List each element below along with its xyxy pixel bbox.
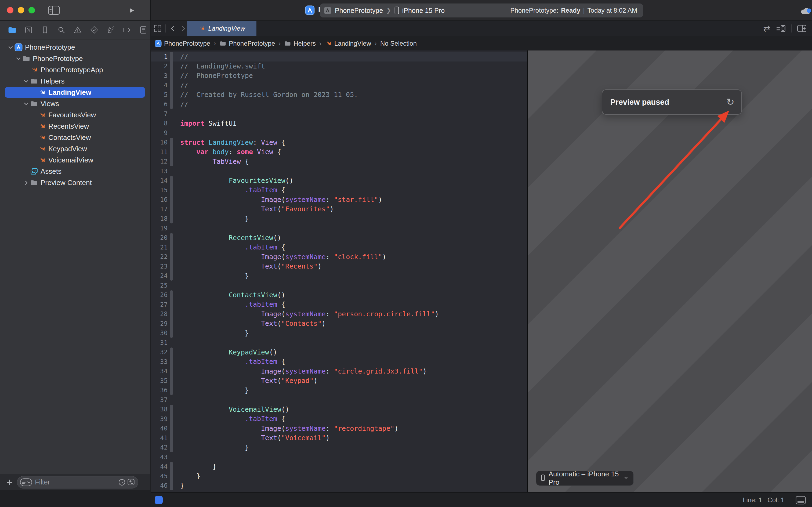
source-control-navigator-icon[interactable]: [24, 25, 33, 35]
resume-preview-refresh-icon[interactable]: ↻: [727, 97, 735, 108]
go-forward-icon[interactable]: [180, 25, 187, 32]
code-line-16[interactable]: 16 Image(systemName: "star.fill"): [151, 195, 527, 205]
navigator-item-views[interactable]: Views: [0, 98, 150, 109]
code-line-12[interactable]: 12 TabView {: [151, 157, 527, 167]
code-line-30[interactable]: 30 }: [151, 328, 527, 338]
toggle-left-sidebar-icon[interactable]: [48, 5, 60, 15]
code-line-13[interactable]: 13: [151, 166, 527, 176]
code-line-37[interactable]: 37: [151, 395, 527, 405]
navigator-item-voicemailview[interactable]: VoicemailView: [0, 154, 150, 166]
code-line-39[interactable]: 39 .tabItem {: [151, 414, 527, 424]
code-line-23[interactable]: 23 Text("Recents"): [151, 262, 527, 271]
code-line-14[interactable]: 14 FavouritesView(): [151, 176, 527, 185]
breadcrumb-item-no-selection[interactable]: No Selection: [380, 40, 417, 47]
navigator-item-landingview[interactable]: LandingView: [0, 87, 150, 98]
navigator-item-assets[interactable]: Assets: [0, 166, 150, 177]
source-control-status-filter-icon[interactable]: [127, 478, 135, 486]
code-line-42[interactable]: 42 }: [151, 443, 527, 452]
breadcrumb-item-phoneprototype[interactable]: PhonePrototype: [155, 40, 210, 47]
code-line-25[interactable]: 25: [151, 281, 527, 290]
code-line-29[interactable]: 29 Text("Contacts"): [151, 319, 527, 328]
go-back-icon[interactable]: [169, 25, 176, 32]
code-line-28[interactable]: 28 Image(systemName: "person.crop.circle…: [151, 309, 527, 319]
navigator-item-phoneprototypeapp[interactable]: PhonePrototypeApp: [0, 64, 150, 75]
code-line-20[interactable]: 20 RecentsView(): [151, 233, 527, 243]
breakpoints-navigator-icon[interactable]: [122, 25, 131, 35]
code-line-9[interactable]: 9: [151, 128, 527, 138]
code-line-8[interactable]: 8import SwiftUI: [151, 119, 527, 128]
navigator-item-recentsview[interactable]: RecentsView: [0, 121, 150, 132]
chevron-down-icon[interactable]: [15, 55, 22, 62]
navigator-item-keypadview[interactable]: KeypadView: [0, 143, 150, 154]
code-line-38[interactable]: 38 VoicemailView(): [151, 405, 527, 414]
editor-options-icon[interactable]: [776, 25, 786, 32]
code-line-33[interactable]: 33 .tabItem {: [151, 357, 527, 367]
preview-device-selector[interactable]: Automatic – iPhone 15 Pro: [536, 471, 634, 486]
code-line-44[interactable]: 44 }: [151, 462, 527, 471]
add-file-button[interactable]: +: [6, 477, 13, 488]
code-line-41[interactable]: 41 Text("Voicemail"): [151, 433, 527, 443]
breadcrumb-item-landingview[interactable]: LandingView: [325, 40, 371, 47]
navigator-item-preview-content[interactable]: Preview Content: [0, 177, 150, 188]
chevron-down-icon[interactable]: [22, 77, 30, 85]
tab-landingview[interactable]: LandingView: [187, 21, 256, 36]
code-line-1[interactable]: 1//: [151, 52, 527, 61]
navigator-item-phoneprototype[interactable]: PhonePrototype: [0, 53, 150, 64]
code-line-21[interactable]: 21 .tabItem {: [151, 242, 527, 252]
code-line-26[interactable]: 26 ContactsView(): [151, 290, 527, 300]
code-line-27[interactable]: 27 .tabItem {: [151, 300, 527, 309]
navigator-item-phoneprototype[interactable]: PhonePrototype: [0, 42, 150, 53]
bookmarks-navigator-icon[interactable]: [40, 25, 50, 35]
code-line-35[interactable]: 35 Text("Keypad"): [151, 376, 527, 386]
close-window-button[interactable]: [7, 7, 13, 13]
tests-navigator-icon[interactable]: [90, 25, 99, 35]
cloud-sync-icon[interactable]: [800, 6, 812, 15]
project-navigator-icon[interactable]: [7, 25, 17, 35]
add-editor-split-icon[interactable]: [797, 25, 807, 32]
code-line-4[interactable]: 4//: [151, 80, 527, 90]
code-line-18[interactable]: 18 }: [151, 214, 527, 224]
code-line-10[interactable]: 10struct LandingView: View {: [151, 138, 527, 148]
breadcrumb-item-helpers[interactable]: Helpers: [284, 40, 316, 47]
chevron-right-icon[interactable]: [22, 179, 30, 186]
code-line-46[interactable]: 46}: [151, 481, 527, 491]
code-line-22[interactable]: 22 Image(systemName: "clock.fill"): [151, 252, 527, 262]
reports-navigator-icon[interactable]: [138, 25, 148, 35]
recent-files-clock-icon[interactable]: [118, 478, 126, 486]
run-button[interactable]: [128, 7, 135, 14]
chevron-down-icon[interactable]: [7, 44, 14, 51]
document-indicator-icon[interactable]: [155, 496, 163, 504]
scheme-selector[interactable]: PhonePrototype ❯ iPhone 15 Pro PhoneProt…: [320, 3, 643, 17]
navigator-item-contactsview[interactable]: ContactsView: [0, 132, 150, 143]
related-items-icon[interactable]: [154, 24, 162, 33]
zoom-window-button[interactable]: [28, 7, 35, 13]
chevron-down-icon[interactable]: [22, 100, 30, 107]
code-line-43[interactable]: 43: [151, 452, 527, 462]
code-line-24[interactable]: 24 }: [151, 271, 527, 281]
code-line-3[interactable]: 3// PhonePrototype: [151, 71, 527, 80]
swap-editors-icon[interactable]: ⇄: [763, 23, 770, 34]
navigator-item-helpers[interactable]: Helpers: [0, 75, 150, 87]
code-line-17[interactable]: 17 Text("Favourites"): [151, 204, 527, 214]
code-editor[interactable]: 1//2// LandingView.swift3// PhonePrototy…: [151, 51, 527, 492]
debug-navigator-icon[interactable]: [106, 25, 115, 35]
code-line-32[interactable]: 32 KeypadView(): [151, 347, 527, 357]
code-line-7[interactable]: 7: [151, 109, 527, 119]
code-line-36[interactable]: 36 }: [151, 386, 527, 395]
code-line-40[interactable]: 40 Image(systemName: "recordingtape"): [151, 424, 527, 434]
issues-navigator-icon[interactable]: [73, 25, 82, 35]
find-navigator-icon[interactable]: [57, 25, 66, 35]
scheme-destination-group[interactable]: PhonePrototype ❯ iPhone 15 Pro: [324, 6, 445, 14]
code-line-11[interactable]: 11 var body: some View {: [151, 147, 527, 157]
code-line-31[interactable]: 31: [151, 338, 527, 347]
editor-layout-icon[interactable]: [795, 496, 806, 505]
code-line-45[interactable]: 45 }: [151, 471, 527, 481]
filter-field[interactable]: Filter: [17, 476, 138, 489]
code-line-2[interactable]: 2// LandingView.swift: [151, 61, 527, 71]
code-line-6[interactable]: 6//: [151, 100, 527, 109]
breadcrumb-item-phoneprototype[interactable]: PhonePrototype: [219, 40, 275, 47]
minimize-window-button[interactable]: [18, 7, 24, 13]
code-line-19[interactable]: 19: [151, 223, 527, 233]
code-line-34[interactable]: 34 Image(systemName: "circle.grid.3x3.fi…: [151, 367, 527, 376]
code-line-5[interactable]: 5// Created by Russell Gordon on 2023-11…: [151, 90, 527, 100]
